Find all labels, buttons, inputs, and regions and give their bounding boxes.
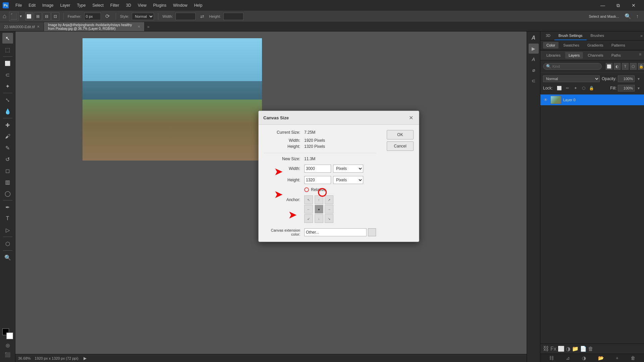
menu-window[interactable]: Window bbox=[170, 2, 190, 9]
share-icon[interactable]: ↑ bbox=[633, 12, 641, 20]
menu-file[interactable]: File bbox=[13, 2, 24, 9]
layer-item[interactable]: 👁 Layer 0 bbox=[540, 95, 644, 106]
filter-shape-icon[interactable]: ⬡ bbox=[630, 63, 637, 70]
dialog-close-button[interactable]: ✕ bbox=[408, 114, 414, 121]
close-button[interactable]: ✕ bbox=[626, 0, 641, 11]
mini-tool-a2[interactable]: A bbox=[529, 54, 539, 64]
subtract-selection-btn[interactable]: ⊟ bbox=[43, 12, 51, 20]
tool-eraser[interactable]: ◻ bbox=[2, 165, 13, 176]
feather-icon[interactable]: ⟳ bbox=[104, 12, 112, 20]
lock-position-btn[interactable]: ✦ bbox=[572, 85, 579, 92]
fill-input[interactable] bbox=[618, 85, 635, 92]
anchor-top-right[interactable]: ↗ bbox=[325, 195, 333, 204]
dialog-cancel-button[interactable]: Cancel bbox=[387, 141, 414, 151]
menu-help[interactable]: Help bbox=[192, 2, 205, 9]
new-height-input[interactable] bbox=[304, 176, 331, 184]
intersect-selection-btn[interactable]: ⊡ bbox=[51, 12, 59, 20]
layer-visibility-toggle[interactable]: 👁 bbox=[543, 97, 548, 103]
status-arrow[interactable]: ▶ bbox=[83, 356, 88, 361]
search-icon[interactable]: 🔍 bbox=[624, 12, 632, 20]
dialog-ok-button[interactable]: OK bbox=[387, 130, 414, 139]
tab-file1[interactable]: 22-WA0000-Edit.tif ✕ bbox=[0, 22, 44, 31]
mini-tool-a3[interactable]: ⌀ bbox=[529, 65, 539, 75]
tab-brush-settings[interactable]: Brush Settings bbox=[554, 32, 587, 40]
anchor-mid-right[interactable]: → bbox=[325, 205, 333, 214]
anchor-mid-left[interactable]: ← bbox=[304, 205, 313, 214]
menu-type[interactable]: Type bbox=[74, 2, 88, 9]
tab-3d[interactable]: 3D bbox=[542, 32, 554, 40]
canvas-ext-input[interactable] bbox=[304, 228, 367, 236]
width-input[interactable] bbox=[175, 13, 196, 20]
tool-crop[interactable]: ⤡ bbox=[2, 95, 13, 105]
maximize-button[interactable]: ⧉ bbox=[610, 0, 626, 11]
canvas-size-dialog[interactable]: Canvas Size ✕ Current Size: 7.25M Width:… bbox=[258, 111, 419, 242]
mini-tool-play[interactable]: ▶ bbox=[529, 44, 539, 54]
opacity-input[interactable] bbox=[618, 75, 635, 82]
menu-bar[interactable]: File Edit Image Layer Type Select Filter… bbox=[13, 2, 205, 9]
tool-eyedropper[interactable]: 💧 bbox=[2, 106, 13, 117]
sectab-layers[interactable]: Layers bbox=[565, 52, 583, 59]
sectab-channels[interactable]: Channels bbox=[584, 52, 606, 59]
bottom-trash-icon[interactable]: 🗑 bbox=[631, 355, 635, 361]
lock-all-btn[interactable]: 🔒 bbox=[588, 85, 595, 92]
tool-pen[interactable]: ✒ bbox=[2, 202, 13, 213]
menu-edit[interactable]: Edit bbox=[26, 2, 38, 9]
layer-mode-select[interactable]: Normal bbox=[543, 75, 600, 82]
link-icon[interactable]: ⛓ bbox=[543, 345, 549, 352]
subtab-swatches[interactable]: Swatches bbox=[560, 42, 583, 49]
panel-expand-arrow[interactable]: » bbox=[640, 34, 643, 38]
tool-gradient[interactable]: ▥ bbox=[2, 177, 13, 187]
filter-adjust-icon[interactable]: ◐ bbox=[614, 63, 621, 70]
color-swatches[interactable] bbox=[2, 328, 13, 339]
mask-icon[interactable]: ⬜ bbox=[558, 346, 565, 352]
swap-icon[interactable]: ⇄ bbox=[198, 12, 206, 20]
anchor-top-center[interactable]: ↑ bbox=[315, 195, 323, 204]
add-selection-btn[interactable]: ⊞ bbox=[34, 12, 42, 20]
lock-artboard-btn[interactable]: ⬡ bbox=[580, 85, 587, 92]
tool-type[interactable]: T bbox=[2, 213, 13, 224]
mini-tool-lasso[interactable]: ⊂ bbox=[529, 76, 539, 86]
adjustment-icon[interactable]: ◑ bbox=[566, 346, 571, 352]
menu-view[interactable]: View bbox=[135, 2, 149, 9]
tool-artboard[interactable]: ⬚ bbox=[2, 44, 13, 55]
anchor-bot-right[interactable]: ↘ bbox=[325, 214, 333, 223]
subtab-patterns[interactable]: Patterns bbox=[608, 42, 629, 49]
tool-path-select[interactable]: ▷ bbox=[2, 225, 13, 235]
height-unit-select[interactable]: Pixels Inches Centimeters bbox=[333, 176, 363, 184]
panel-menu-icon[interactable]: ≡ bbox=[639, 52, 641, 59]
background-color[interactable] bbox=[6, 333, 13, 339]
filter-pixel-icon[interactable]: ⬜ bbox=[606, 63, 612, 70]
anchor-mid-center[interactable]: ● bbox=[315, 205, 323, 214]
tab-file2[interactable]: Image by Anja@#helpinghands #solidarity#… bbox=[44, 22, 145, 31]
mini-tool-a[interactable]: A bbox=[529, 33, 539, 43]
fx-icon[interactable]: Fx bbox=[550, 346, 556, 352]
quick-mask-btn[interactable]: ◎ bbox=[4, 341, 12, 349]
new-selection-btn[interactable]: ⬜ bbox=[25, 12, 33, 20]
tool-shape[interactable]: ⬡ bbox=[2, 238, 13, 249]
delete-layer-icon[interactable]: 🗑 bbox=[588, 346, 593, 352]
tab-arrow[interactable]: » bbox=[145, 22, 152, 31]
width-unit-select[interactable]: Pixels Inches Centimeters bbox=[333, 165, 363, 173]
tool-stamp[interactable]: ✎ bbox=[2, 142, 13, 153]
lock-pixels-btn[interactable]: ⬜ bbox=[556, 85, 563, 92]
canvas-ext-swatch[interactable] bbox=[368, 228, 376, 236]
tool-lasso[interactable]: ⊂ bbox=[2, 69, 13, 80]
style-select[interactable]: Normal bbox=[132, 13, 154, 20]
folder-icon[interactable]: 📁 bbox=[572, 346, 579, 352]
feather-input[interactable] bbox=[84, 13, 101, 20]
tab-brushes[interactable]: Brushes bbox=[587, 32, 608, 40]
menu-filter[interactable]: Filter bbox=[108, 2, 122, 9]
anchor-top-left[interactable]: ↖ bbox=[304, 195, 313, 204]
menu-plugins[interactable]: Plugins bbox=[151, 2, 169, 9]
bottom-link-icon[interactable]: ⛓ bbox=[549, 355, 554, 361]
bottom-new-icon[interactable]: + bbox=[616, 355, 619, 361]
tool-brush[interactable]: 🖌 bbox=[2, 131, 13, 142]
canvas-image[interactable] bbox=[83, 38, 262, 161]
subtab-gradients[interactable]: Gradients bbox=[584, 42, 607, 49]
menu-layer[interactable]: Layer bbox=[57, 2, 73, 9]
tool-dodge[interactable]: ◯ bbox=[2, 188, 13, 199]
filter-smart-icon[interactable]: 🔒 bbox=[638, 63, 644, 70]
fill-arrow[interactable]: ▼ bbox=[636, 85, 641, 92]
sectab-paths[interactable]: Paths bbox=[608, 52, 624, 59]
select-mask-button[interactable]: Select and Mask... bbox=[587, 14, 622, 19]
